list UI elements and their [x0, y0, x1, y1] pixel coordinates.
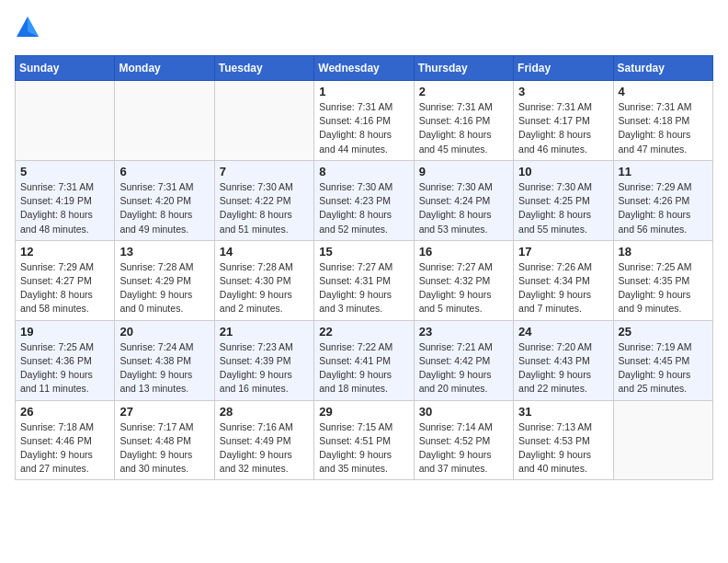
- day-info: Sunrise: 7:31 AM Sunset: 4:19 PM Dayligh…: [20, 180, 109, 236]
- day-number: 12: [20, 245, 109, 259]
- calendar-cell: 19Sunrise: 7:25 AM Sunset: 4:36 PM Dayli…: [16, 320, 115, 400]
- calendar-cell: 24Sunrise: 7:20 AM Sunset: 4:43 PM Dayli…: [514, 320, 613, 400]
- calendar-cell: 4Sunrise: 7:31 AM Sunset: 4:18 PM Daylig…: [613, 81, 712, 161]
- day-info: Sunrise: 7:31 AM Sunset: 4:16 PM Dayligh…: [319, 100, 408, 156]
- day-info: Sunrise: 7:25 AM Sunset: 4:36 PM Dayligh…: [20, 340, 109, 396]
- day-number: 1: [319, 85, 408, 98]
- day-number: 14: [220, 245, 309, 259]
- weekday-header: Monday: [115, 56, 214, 81]
- day-number: 22: [319, 325, 408, 339]
- day-number: 5: [20, 165, 109, 178]
- day-number: 10: [518, 165, 608, 178]
- day-number: 17: [518, 245, 608, 259]
- calendar-cell: 16Sunrise: 7:27 AM Sunset: 4:32 PM Dayli…: [414, 240, 513, 320]
- calendar-cell: 28Sunrise: 7:16 AM Sunset: 4:49 PM Dayli…: [214, 400, 313, 480]
- weekday-header: Saturday: [613, 56, 712, 81]
- day-number: 29: [319, 405, 408, 419]
- day-info: Sunrise: 7:28 AM Sunset: 4:29 PM Dayligh…: [119, 260, 209, 316]
- day-number: 27: [119, 405, 209, 419]
- calendar-week-row: 12Sunrise: 7:29 AM Sunset: 4:27 PM Dayli…: [16, 240, 713, 320]
- day-info: Sunrise: 7:30 AM Sunset: 4:23 PM Dayligh…: [319, 180, 408, 236]
- calendar-week-row: 1Sunrise: 7:31 AM Sunset: 4:16 PM Daylig…: [16, 81, 713, 161]
- day-info: Sunrise: 7:15 AM Sunset: 4:51 PM Dayligh…: [319, 420, 408, 477]
- calendar-cell: [214, 81, 313, 161]
- day-number: 11: [619, 165, 708, 178]
- day-number: 24: [518, 325, 608, 339]
- day-info: Sunrise: 7:22 AM Sunset: 4:41 PM Dayligh…: [319, 340, 408, 396]
- day-number: 23: [419, 325, 508, 339]
- day-info: Sunrise: 7:31 AM Sunset: 4:20 PM Dayligh…: [119, 180, 209, 236]
- weekday-header: Sunday: [16, 56, 115, 81]
- calendar-cell: 29Sunrise: 7:15 AM Sunset: 4:51 PM Dayli…: [314, 400, 414, 480]
- day-info: Sunrise: 7:20 AM Sunset: 4:43 PM Dayligh…: [518, 340, 608, 396]
- day-number: 4: [619, 85, 708, 98]
- day-number: 25: [619, 325, 708, 339]
- calendar-cell: 21Sunrise: 7:23 AM Sunset: 4:39 PM Dayli…: [214, 320, 313, 400]
- weekday-header: Tuesday: [214, 56, 313, 81]
- calendar-cell: 9Sunrise: 7:30 AM Sunset: 4:24 PM Daylig…: [414, 160, 513, 240]
- weekday-header: Wednesday: [314, 56, 414, 81]
- calendar-cell: 7Sunrise: 7:30 AM Sunset: 4:22 PM Daylig…: [214, 160, 313, 240]
- day-info: Sunrise: 7:27 AM Sunset: 4:31 PM Dayligh…: [319, 260, 408, 316]
- day-info: Sunrise: 7:28 AM Sunset: 4:30 PM Dayligh…: [220, 260, 309, 316]
- calendar-cell: 30Sunrise: 7:14 AM Sunset: 4:52 PM Dayli…: [414, 400, 513, 480]
- day-info: Sunrise: 7:29 AM Sunset: 4:26 PM Dayligh…: [619, 180, 708, 236]
- day-info: Sunrise: 7:23 AM Sunset: 4:39 PM Dayligh…: [220, 340, 309, 396]
- calendar-header-row: SundayMondayTuesdayWednesdayThursdayFrid…: [16, 56, 713, 81]
- calendar-cell: 14Sunrise: 7:28 AM Sunset: 4:30 PM Dayli…: [214, 240, 313, 320]
- day-number: 8: [319, 165, 408, 178]
- calendar-cell: 15Sunrise: 7:27 AM Sunset: 4:31 PM Dayli…: [314, 240, 414, 320]
- day-number: 20: [119, 325, 209, 339]
- page-header: [15, 15, 713, 44]
- day-number: 21: [220, 325, 309, 339]
- logo: [15, 15, 44, 44]
- calendar-cell: 18Sunrise: 7:25 AM Sunset: 4:35 PM Dayli…: [613, 240, 712, 320]
- day-info: Sunrise: 7:30 AM Sunset: 4:24 PM Dayligh…: [419, 180, 508, 236]
- day-info: Sunrise: 7:16 AM Sunset: 4:49 PM Dayligh…: [220, 420, 309, 477]
- day-info: Sunrise: 7:30 AM Sunset: 4:22 PM Dayligh…: [220, 180, 309, 236]
- day-number: 6: [119, 165, 209, 178]
- calendar-cell: 13Sunrise: 7:28 AM Sunset: 4:29 PM Dayli…: [115, 240, 214, 320]
- day-number: 31: [518, 405, 608, 419]
- calendar-cell: 27Sunrise: 7:17 AM Sunset: 4:48 PM Dayli…: [115, 400, 214, 480]
- day-info: Sunrise: 7:17 AM Sunset: 4:48 PM Dayligh…: [119, 420, 209, 477]
- calendar-cell: 26Sunrise: 7:18 AM Sunset: 4:46 PM Dayli…: [16, 400, 115, 480]
- day-info: Sunrise: 7:31 AM Sunset: 4:16 PM Dayligh…: [419, 100, 508, 156]
- day-info: Sunrise: 7:21 AM Sunset: 4:42 PM Dayligh…: [419, 340, 508, 396]
- day-number: 7: [220, 165, 309, 178]
- day-number: 3: [518, 85, 608, 98]
- day-info: Sunrise: 7:31 AM Sunset: 4:18 PM Dayligh…: [619, 100, 708, 156]
- day-number: 26: [20, 405, 109, 419]
- calendar-cell: 23Sunrise: 7:21 AM Sunset: 4:42 PM Dayli…: [414, 320, 513, 400]
- day-info: Sunrise: 7:13 AM Sunset: 4:53 PM Dayligh…: [518, 420, 608, 477]
- day-info: Sunrise: 7:19 AM Sunset: 4:45 PM Dayligh…: [619, 340, 708, 396]
- day-number: 9: [419, 165, 508, 178]
- day-info: Sunrise: 7:18 AM Sunset: 4:46 PM Dayligh…: [20, 420, 109, 477]
- calendar-cell: [115, 81, 214, 161]
- day-number: 19: [20, 325, 109, 339]
- calendar-cell: [613, 400, 712, 480]
- day-number: 2: [419, 85, 508, 98]
- calendar-cell: 25Sunrise: 7:19 AM Sunset: 4:45 PM Dayli…: [613, 320, 712, 400]
- calendar-cell: 12Sunrise: 7:29 AM Sunset: 4:27 PM Dayli…: [16, 240, 115, 320]
- calendar-cell: 31Sunrise: 7:13 AM Sunset: 4:53 PM Dayli…: [514, 400, 613, 480]
- calendar-cell: 10Sunrise: 7:30 AM Sunset: 4:25 PM Dayli…: [514, 160, 613, 240]
- day-info: Sunrise: 7:29 AM Sunset: 4:27 PM Dayligh…: [20, 260, 109, 316]
- day-number: 18: [619, 245, 708, 259]
- calendar-cell: 2Sunrise: 7:31 AM Sunset: 4:16 PM Daylig…: [414, 81, 513, 161]
- day-info: Sunrise: 7:24 AM Sunset: 4:38 PM Dayligh…: [119, 340, 209, 396]
- calendar-cell: 1Sunrise: 7:31 AM Sunset: 4:16 PM Daylig…: [314, 81, 414, 161]
- weekday-header: Thursday: [414, 56, 513, 81]
- calendar-cell: 3Sunrise: 7:31 AM Sunset: 4:17 PM Daylig…: [514, 81, 613, 161]
- calendar-cell: 11Sunrise: 7:29 AM Sunset: 4:26 PM Dayli…: [613, 160, 712, 240]
- day-info: Sunrise: 7:27 AM Sunset: 4:32 PM Dayligh…: [419, 260, 508, 316]
- calendar-table: SundayMondayTuesdayWednesdayThursdayFrid…: [15, 55, 713, 480]
- day-info: Sunrise: 7:14 AM Sunset: 4:52 PM Dayligh…: [419, 420, 508, 477]
- day-info: Sunrise: 7:30 AM Sunset: 4:25 PM Dayligh…: [518, 180, 608, 236]
- day-info: Sunrise: 7:31 AM Sunset: 4:17 PM Dayligh…: [518, 100, 608, 156]
- weekday-header: Friday: [514, 56, 613, 81]
- calendar-cell: 20Sunrise: 7:24 AM Sunset: 4:38 PM Dayli…: [115, 320, 214, 400]
- calendar-cell: 17Sunrise: 7:26 AM Sunset: 4:34 PM Dayli…: [514, 240, 613, 320]
- day-info: Sunrise: 7:25 AM Sunset: 4:35 PM Dayligh…: [619, 260, 708, 316]
- calendar-week-row: 5Sunrise: 7:31 AM Sunset: 4:19 PM Daylig…: [16, 160, 713, 240]
